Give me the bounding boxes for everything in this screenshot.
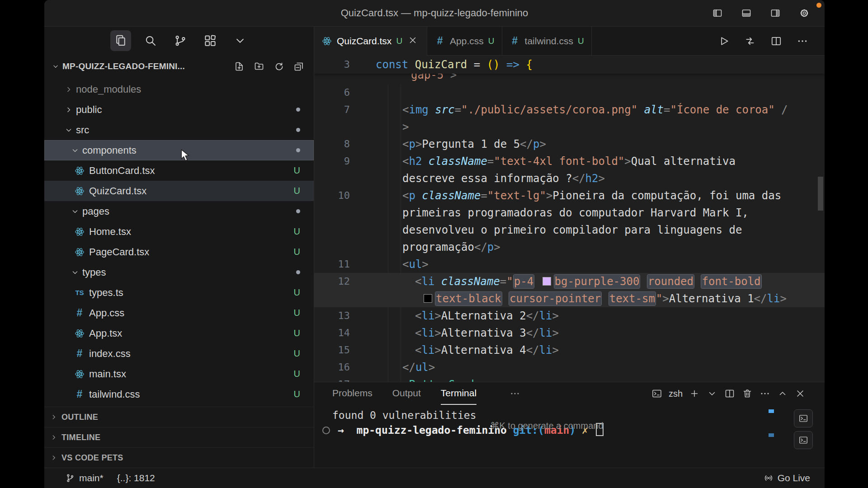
editor-action-split-editor-button[interactable] bbox=[768, 33, 785, 50]
tree-item-Home.tsx[interactable]: Home.tsxU bbox=[44, 221, 314, 242]
gear-icon bbox=[799, 8, 810, 19]
status-bar: main* {..}: 1812 Go Live bbox=[44, 468, 825, 488]
terminal-list-item[interactable] bbox=[794, 431, 813, 449]
code-line: gap-5"> bbox=[314, 74, 825, 84]
chevron-down-icon bbox=[71, 146, 80, 155]
titlebar-layout-bottom-button[interactable] bbox=[738, 5, 755, 22]
shell-name[interactable]: zsh bbox=[669, 389, 683, 399]
tree-item-pages[interactable]: pages bbox=[44, 201, 314, 221]
panel-tab-terminal[interactable]: Terminal bbox=[441, 382, 476, 405]
trash-icon bbox=[742, 388, 753, 399]
new-folder-icon bbox=[254, 61, 264, 72]
titlebar-layout-left-button[interactable] bbox=[709, 5, 726, 22]
chevron-down-icon bbox=[64, 126, 73, 135]
split-editor-icon bbox=[724, 388, 735, 399]
panel-action-split-editor-button[interactable] bbox=[724, 388, 735, 399]
modified-dot bbox=[296, 148, 300, 152]
explorer-action-collapse-all-button[interactable] bbox=[290, 58, 307, 75]
screen: QuizCard.tsx — mp-quizz-legado-feminino … bbox=[0, 0, 868, 488]
line-number: 13 bbox=[314, 307, 350, 324]
tree-item-tailwind.css[interactable]: #tailwind.cssU bbox=[44, 384, 314, 404]
section-timeline[interactable]: TIMELINE bbox=[44, 427, 314, 447]
panel-action-plus-button[interactable] bbox=[689, 388, 700, 399]
explorer-action-new-file-button[interactable] bbox=[231, 58, 248, 75]
tree-item-public[interactable]: public bbox=[44, 99, 314, 120]
go-live-button[interactable]: Go Live bbox=[764, 473, 810, 483]
code-lines: 67<img src="./public/assets/coroa.png" a… bbox=[314, 84, 825, 382]
clipped-code-line: gap-5"> bbox=[314, 74, 825, 84]
section-vs-code-pets[interactable]: VS CODE PETS bbox=[44, 447, 314, 468]
section-outline[interactable]: OUTLINE bbox=[44, 407, 314, 427]
counter-status[interactable]: {..}: 1812 bbox=[117, 473, 155, 483]
editor-action-more-h-button[interactable] bbox=[794, 33, 811, 50]
terminal-list-item[interactable] bbox=[794, 409, 813, 427]
react-icon bbox=[74, 186, 85, 197]
terminal[interactable]: found 0 vulnerabilities→ mp-quizz-legado… bbox=[314, 405, 825, 436]
line-number: 11 bbox=[314, 256, 350, 273]
panel-actions: zsh bbox=[651, 382, 825, 405]
tab-QuizCard.tsx[interactable]: QuizCard.tsxU bbox=[314, 27, 427, 56]
activity-extensions-button[interactable] bbox=[200, 30, 221, 51]
tree-item-index.css[interactable]: #index.cssU bbox=[44, 343, 314, 364]
panel-tab-problems[interactable]: Problems bbox=[332, 382, 373, 405]
tab-App.css[interactable]: #App.cssU bbox=[427, 27, 502, 55]
line-number: 16 bbox=[314, 359, 350, 376]
explorer-action-refresh-button[interactable] bbox=[270, 58, 288, 75]
chevron-right-icon bbox=[64, 105, 73, 114]
editor-action-run-button[interactable] bbox=[715, 33, 732, 50]
activity-files-button[interactable] bbox=[110, 30, 131, 51]
panel-action-trash-button[interactable] bbox=[742, 388, 753, 399]
tree-item-PageCard.tsx[interactable]: PageCard.tsxU bbox=[44, 242, 314, 262]
tree-item-ButtonCard.tsx[interactable]: ButtonCard.tsxU bbox=[44, 160, 314, 181]
tree-item-label: Home.tsx bbox=[89, 226, 131, 238]
notification-dot bbox=[816, 3, 821, 8]
panel-action-chevron-up-button[interactable] bbox=[777, 388, 788, 399]
tree-item-node_modules[interactable]: node_modules bbox=[44, 79, 314, 99]
explorer-action-new-folder-button[interactable] bbox=[250, 58, 268, 75]
titlebar-gear-button[interactable] bbox=[796, 5, 813, 22]
panel-more-button[interactable] bbox=[508, 382, 522, 405]
untracked-badge: U bbox=[294, 389, 300, 399]
panel-action-more-h-button[interactable] bbox=[760, 388, 770, 399]
close-tab-button[interactable] bbox=[408, 35, 420, 47]
code-line: 7<img src="./public/assets/coroa.png" al… bbox=[314, 101, 825, 118]
line-number bbox=[314, 221, 350, 239]
git-branch-status[interactable]: main* bbox=[65, 473, 104, 483]
titlebar-layout-right-button[interactable] bbox=[767, 5, 784, 22]
chevron-up-icon bbox=[777, 388, 788, 399]
panel-action-close-button[interactable] bbox=[795, 388, 806, 399]
tree-item-src[interactable]: src bbox=[44, 120, 314, 140]
panel-action-chevron-down-button[interactable] bbox=[707, 388, 717, 399]
explorer-header[interactable]: MP-QUIZZ-LEGADO-FEMINI... bbox=[44, 55, 314, 78]
panel-tab-output[interactable]: Output bbox=[392, 382, 421, 405]
activity-search-button[interactable] bbox=[140, 30, 161, 51]
chevron-right-icon bbox=[50, 413, 58, 421]
editor-action-open-changes-button[interactable] bbox=[741, 33, 759, 50]
tab-tailwind.css[interactable]: #tailwind.cssU bbox=[502, 27, 592, 55]
layout-right-icon bbox=[770, 8, 781, 19]
terminal-command-mark bbox=[769, 433, 774, 437]
more-h-icon bbox=[509, 388, 520, 399]
sticky-scroll-line[interactable]: 3const QuizCard = () => { bbox=[314, 56, 825, 74]
tree-item-types.ts[interactable]: TStypes.tsU bbox=[44, 282, 314, 303]
tree-item-main.tsx[interactable]: main.tsxU bbox=[44, 364, 314, 384]
editor-scrollbar[interactable] bbox=[818, 177, 823, 211]
run-icon bbox=[718, 35, 730, 47]
activity-source-control-button[interactable] bbox=[170, 30, 191, 51]
tree-item-QuizCard.tsx[interactable]: QuizCard.tsxU bbox=[44, 181, 314, 201]
css-icon: # bbox=[434, 36, 445, 47]
tree-item-App.css[interactable]: #App.cssU bbox=[44, 303, 314, 323]
tree-item-label: App.tsx bbox=[89, 328, 122, 339]
status-bar-right: Go Live bbox=[764, 473, 810, 483]
editor[interactable]: 3const QuizCard = () => { gap-5"> 67<img… bbox=[314, 56, 825, 382]
tree-item-types[interactable]: types bbox=[44, 262, 314, 282]
more-h-icon bbox=[797, 35, 808, 47]
untracked-badge: U bbox=[294, 287, 300, 298]
tree-item-App.tsx[interactable]: App.tsxU bbox=[44, 323, 314, 343]
terminal-command-mark bbox=[769, 409, 774, 413]
line-number: 17 bbox=[314, 376, 350, 382]
color-swatch bbox=[542, 277, 551, 286]
activity-chevron-down-button[interactable] bbox=[230, 30, 250, 51]
code-line: 9<h2 className="text-4xl font-bold">Qual… bbox=[314, 153, 825, 170]
tree-item-components[interactable]: components bbox=[44, 140, 314, 160]
